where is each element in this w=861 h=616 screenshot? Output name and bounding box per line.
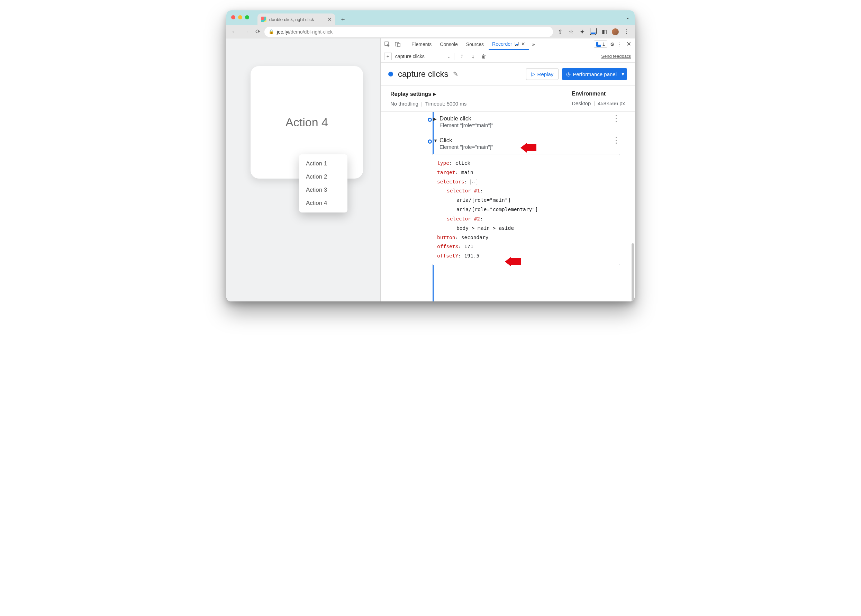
step-title: Double click (440, 115, 493, 122)
browser-window: double click, right click ✕ ＋ ⌄ ← → ⟳ 🔒 … (226, 10, 635, 302)
settings-icon[interactable]: ⚙ (610, 41, 614, 47)
issues-icon (596, 42, 601, 47)
svg-rect-2 (398, 43, 400, 47)
performance-panel-dropdown[interactable]: ▾ (619, 68, 627, 80)
bookmark-icon[interactable]: ☆ (567, 28, 575, 35)
step-menu-icon[interactable]: ⋮ (607, 113, 624, 123)
context-menu-item[interactable]: Action 2 (299, 170, 347, 184)
devtools-panel: Elements Console Sources Recorder ✕ » 1 … (380, 38, 635, 302)
demo-card-label: Action 4 (286, 116, 328, 129)
favicon-icon (261, 17, 267, 22)
edit-name-icon[interactable]: ✎ (453, 70, 458, 78)
performance-panel-button[interactable]: ◷ Performance panel (562, 68, 621, 80)
recording-name: capture clicks (398, 69, 448, 79)
environment-heading: Environment (572, 91, 625, 97)
window-controls[interactable] (231, 15, 249, 19)
timeline: ▶ Double click Element "[role="main"]" ⋮ (381, 112, 635, 302)
collapse-icon[interactable]: ▼ (433, 138, 438, 143)
env-device: Desktop (572, 101, 591, 106)
play-icon: ▷ (531, 71, 535, 77)
content-area: Action 4 Action 1 Action 2 Action 3 Acti… (226, 38, 635, 302)
devtools-close-icon[interactable]: ✕ (625, 41, 633, 48)
tabs-overflow-icon[interactable]: ⌄ (626, 14, 630, 20)
replay-button[interactable]: ▷ Replay (526, 68, 559, 80)
export-icon[interactable]: ⤴ (458, 53, 465, 59)
recording-selector-label: capture clicks (395, 53, 424, 59)
devtools-tabstrip: Elements Console Sources Recorder ✕ » 1 … (381, 38, 635, 50)
timeout-value: Timeout: 5000 ms (425, 101, 467, 107)
toolbar-icons: ⇪ ☆ ✦ ◧ ⋮ (555, 28, 632, 35)
gauge-icon: ◷ (566, 71, 571, 77)
flask-icon (515, 41, 518, 46)
tab-title: double click, right click (269, 17, 325, 22)
step-details-panel: type: click target: main selectors: ▭ se… (432, 154, 620, 265)
step-click[interactable]: ▼ Click Element "[role="main"]" ⋮ type: … (429, 137, 624, 265)
step-double-click[interactable]: ▶ Double click Element "[role="main"]" ⋮ (429, 115, 624, 128)
context-menu-item[interactable]: Action 4 (299, 196, 347, 210)
tab-elements[interactable]: Elements (408, 38, 435, 50)
close-window-icon[interactable] (231, 15, 235, 19)
send-feedback-link[interactable]: Send feedback (601, 53, 631, 59)
step-menu-icon[interactable]: ⋮ (607, 135, 624, 145)
back-button[interactable]: ← (229, 27, 239, 37)
chevron-right-icon: ▸ (433, 91, 436, 97)
tab-recorder[interactable]: Recorder ✕ (489, 38, 529, 50)
chevron-down-icon: ⌄ (447, 54, 451, 59)
throttling-value: No throttling (390, 101, 418, 107)
issues-badge[interactable]: 1 (594, 41, 607, 48)
profile-avatar[interactable] (612, 28, 619, 35)
browser-menu-icon[interactable]: ⋮ (623, 28, 630, 35)
more-tabs-icon[interactable]: » (530, 41, 537, 47)
step-subtitle: Element "[role="main"]" (440, 122, 493, 128)
titlebar: double click, right click ✕ ＋ ⌄ (226, 10, 635, 25)
step-title: Click (440, 137, 493, 144)
env-viewport: 458×566 px (598, 101, 625, 106)
experiments-icon[interactable] (590, 28, 597, 35)
inspect-icon[interactable] (383, 41, 392, 47)
device-toggle-icon[interactable] (393, 41, 402, 47)
new-recording-button[interactable]: ＋ (384, 53, 392, 60)
delete-icon[interactable]: 🗑 (480, 53, 488, 59)
step-subtitle: Element "[role="main"]" (440, 144, 493, 150)
context-menu-item[interactable]: Action 1 (299, 157, 347, 170)
replay-settings-heading[interactable]: Replay settings ▸ (390, 91, 467, 97)
issues-count: 1 (602, 41, 605, 47)
extensions-icon[interactable]: ✦ (578, 28, 586, 35)
new-tab-button[interactable]: ＋ (338, 14, 348, 24)
performance-panel-label: Performance panel (573, 71, 617, 77)
scrollbar[interactable] (632, 243, 634, 302)
tab-console[interactable]: Console (437, 38, 461, 50)
expand-icon[interactable]: ▶ (433, 116, 437, 121)
share-icon[interactable]: ⇪ (556, 28, 563, 35)
recorder-toolbar: ＋ capture clicks ⌄ ⤴ ⤵ 🗑 Send feedback (381, 50, 635, 63)
forward-button[interactable]: → (241, 27, 251, 37)
browser-tab[interactable]: double click, right click ✕ (258, 14, 335, 25)
replay-button-label: Replay (537, 71, 554, 77)
maximize-window-icon[interactable] (245, 15, 249, 19)
recording-settings: Replay settings ▸ No throttling | Timeou… (381, 86, 635, 112)
element-picker-icon[interactable]: ▭ (470, 179, 477, 185)
minimize-window-icon[interactable] (238, 15, 242, 19)
lock-icon: 🔒 (269, 29, 274, 34)
recording-status-icon (388, 72, 393, 77)
recording-header: capture clicks ✎ ▷ Replay ◷ Performance … (381, 63, 635, 85)
import-icon[interactable]: ⤵ (469, 53, 476, 59)
toolbar: ← → ⟳ 🔒 jec.fyi/demo/dbl-right-click ⇪ ☆… (226, 25, 635, 38)
context-menu-item[interactable]: Action 3 (299, 184, 347, 196)
address-bar[interactable]: 🔒 jec.fyi/demo/dbl-right-click (264, 27, 553, 37)
tab-close-icon[interactable]: ✕ (521, 41, 525, 47)
tab-close-icon[interactable]: ✕ (327, 16, 332, 22)
reload-button[interactable]: ⟳ (253, 27, 263, 37)
url-text: jec.fyi/demo/dbl-right-click (277, 29, 333, 35)
recording-selector[interactable]: capture clicks ⌄ (395, 53, 451, 59)
context-menu[interactable]: Action 1 Action 2 Action 3 Action 4 (299, 154, 347, 212)
tab-sources[interactable]: Sources (463, 38, 487, 50)
side-panel-icon[interactable]: ◧ (601, 28, 608, 35)
tab-recorder-label: Recorder (492, 41, 512, 47)
rendered-page[interactable]: Action 4 Action 1 Action 2 Action 3 Acti… (226, 38, 380, 302)
devtools-menu-icon[interactable]: ⋮ (617, 41, 622, 47)
